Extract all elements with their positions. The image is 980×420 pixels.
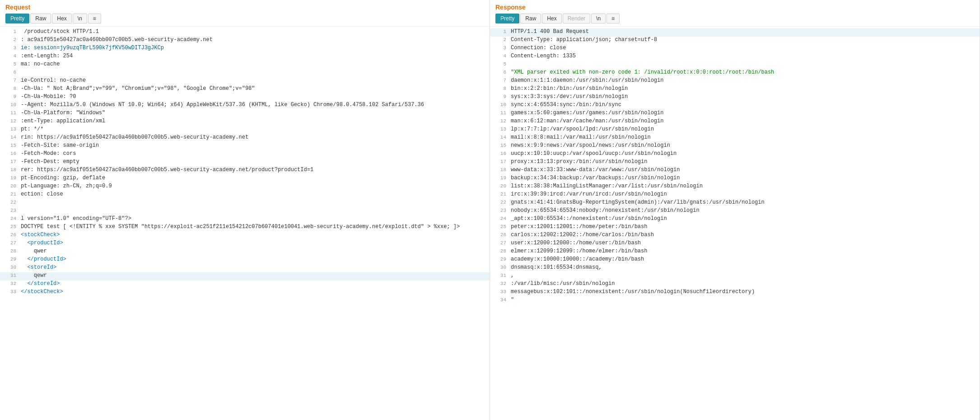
line-number: 20 <box>494 183 506 189</box>
tab-pretty[interactable]: Pretty <box>5 14 29 23</box>
line-row: 28 qwer <box>0 248 490 256</box>
line-row: 3Connection: close <box>490 45 980 53</box>
line-number: 22 <box>494 199 506 205</box>
line-text: ie: session=jy9uzqTBrL590k7jfKV50wDITJ3g… <box>21 45 486 51</box>
line-row: 18rer: https://ac9a1f051e50427ac0a460bb0… <box>0 167 490 175</box>
line-number: 26 <box>4 232 16 238</box>
line-number: 18 <box>4 167 16 173</box>
line-row: 29 </productId> <box>0 256 490 264</box>
line-number: 20 <box>4 183 16 189</box>
tab-raw[interactable]: Raw <box>520 14 541 23</box>
response-title: Response <box>495 4 974 11</box>
line-row: 16-Fetch-Mode: cors <box>0 150 490 159</box>
line-number: 31 <box>494 272 506 278</box>
line-number: 15 <box>494 142 506 148</box>
line-text: : ac9a1f051e50427ac0a460bb007c00b5.web-s… <box>21 37 486 43</box>
line-row: 27 <productId> <box>0 240 490 248</box>
tab-n[interactable]: \n <box>591 14 606 23</box>
line-row: 26<stockCheck> <box>0 232 490 240</box>
line-row: 8-Ch-Ua: " Not A;Brand";v="99", "Chromiu… <box>0 85 490 93</box>
line-number: 34 <box>494 297 506 303</box>
tab-raw[interactable]: Raw <box>30 14 51 23</box>
line-row: 29academy:x:10000:10000::/academy:/bin/b… <box>490 256 980 264</box>
line-number: 13 <box>4 126 16 132</box>
line-number: 14 <box>4 134 16 140</box>
tab-hex[interactable]: Hex <box>52 14 71 23</box>
line-text: DOCTYPE test [ <!ENTITY % xxe SYSTEM "ht… <box>21 224 486 230</box>
line-text: </storeId> <box>21 280 486 287</box>
line-number: 10 <box>4 102 16 107</box>
line-text: " <box>511 297 976 303</box>
line-number: 33 <box>494 289 506 294</box>
line-text: -Ch-Ua: " Not A;Brand";v="99", "Chromium… <box>21 85 486 92</box>
line-number: 24 <box>4 215 16 221</box>
line-number: 12 <box>494 118 506 124</box>
line-number: 19 <box>494 175 506 181</box>
tab--[interactable]: ≡ <box>607 14 620 23</box>
line-number: 7 <box>494 77 506 83</box>
line-number: 30 <box>4 264 16 270</box>
line-text: -Ch-Ua-Platform: "Windows" <box>21 110 486 116</box>
line-row: 6 <box>0 69 490 77</box>
tab--[interactable]: ≡ <box>88 14 101 23</box>
line-row: 30 <storeId> <box>0 264 490 272</box>
line-text: --Agent: Mozilla/5.0 (Windows NT 10.0; W… <box>21 102 486 108</box>
line-number: 11 <box>4 110 16 116</box>
line-number: 28 <box>4 248 16 254</box>
line-row: 1 /product/stock HTTP/1.1 <box>0 28 490 37</box>
response-panel: Response PrettyRawHexRender\n≡ 1HTTP/1.1… <box>490 0 980 420</box>
line-number: 5 <box>4 61 16 67</box>
line-number: 29 <box>4 256 16 262</box>
line-row: 23 <box>0 207 490 215</box>
line-number: 3 <box>4 45 16 51</box>
line-number: 18 <box>494 167 506 173</box>
line-number: 6 <box>4 69 16 75</box>
line-row: 12man:x:6:12:man:/var/cache/man:/usr/sbi… <box>490 118 980 126</box>
line-number: 19 <box>4 175 16 181</box>
line-number: 9 <box>494 93 506 99</box>
line-row: 14rin: https://ac9a1f051e50427ac0a460bb0… <box>0 134 490 142</box>
line-number: 5 <box>494 61 506 67</box>
line-text: :ent-Type: application/xml <box>21 118 486 124</box>
line-number: 16 <box>4 150 16 156</box>
line-text: -Fetch-Site: same-origin <box>21 142 486 149</box>
line-number: 33 <box>4 289 16 294</box>
tab-n[interactable]: \n <box>73 14 87 23</box>
line-text: qwer <box>21 248 486 254</box>
line-number: 16 <box>494 150 506 156</box>
line-text: ie-Control: no-cache <box>21 77 486 84</box>
line-row: 2Content-Type: application/json; charset… <box>490 37 980 45</box>
line-row: 14mail:x:8:8:mail:/var/mail:/usr/sbin/no… <box>490 134 980 142</box>
line-text: -Fetch-Dest: empty <box>21 159 486 165</box>
line-row: 25peter:x:12001:12001::/home/peter:/bin/… <box>490 224 980 232</box>
tab-pretty[interactable]: Pretty <box>495 14 519 23</box>
line-text: rer: https://ac9a1f051e50427ac0a460bb007… <box>21 167 486 173</box>
line-row: 1HTTP/1.1 400 Bad Request <box>490 28 980 37</box>
line-number: 2 <box>494 37 506 42</box>
line-number: 10 <box>494 102 506 107</box>
line-row: 4Content-Length: 1335 <box>490 53 980 61</box>
line-number: 23 <box>494 207 506 213</box>
line-text: :ent-Length: 254 <box>21 53 486 59</box>
line-text: bin:x:2:2:bin:/bin:/usr/sbin/nologin <box>511 85 976 92</box>
line-text: </stockCheck> <box>21 289 486 295</box>
tab-hex[interactable]: Hex <box>542 14 561 23</box>
line-text: , <box>511 272 976 279</box>
line-text: <stockCheck> <box>21 232 486 238</box>
request-toolbar: PrettyRawHex\n≡ <box>5 14 484 23</box>
tab-render[interactable]: Render <box>563 14 590 23</box>
line-text: man:x:6:12:man:/var/cache/man:/usr/sbin/… <box>511 118 976 124</box>
line-row: 28elmer:x:12099:12099::/home/elmer:/bin/… <box>490 248 980 256</box>
line-row: 17proxy:x:13:13:proxy:/bin:/usr/sbin/nol… <box>490 159 980 167</box>
line-text: dnsmasq:x:101:65534:dnsmasq, <box>511 264 976 271</box>
line-number: 4 <box>494 53 506 59</box>
line-number: 15 <box>4 142 16 148</box>
line-text: messagebus:x:102:101::/nonexistent:/usr/… <box>511 289 976 295</box>
line-number: 17 <box>4 159 16 164</box>
line-number: 8 <box>494 85 506 91</box>
line-text: irc:x:39:39:ircd:/var/run/ircd:/usr/sbin… <box>511 191 976 197</box>
response-header: Response PrettyRawHexRender\n≡ <box>490 0 980 27</box>
line-number: 23 <box>4 207 16 213</box>
line-row: 15news:x:9:9:news:/var/spool/news:/usr/s… <box>490 142 980 150</box>
line-row: 19pt-Encoding: gzip, deflate <box>0 175 490 183</box>
